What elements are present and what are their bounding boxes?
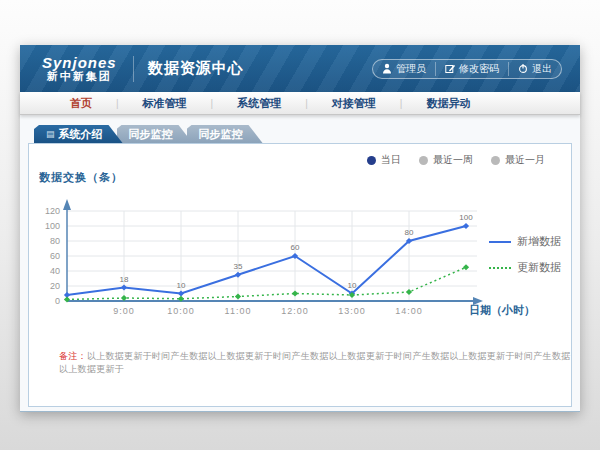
user-name-label: 管理员	[396, 62, 426, 76]
data-point	[235, 272, 241, 278]
radio-dot	[367, 156, 376, 165]
header-divider	[133, 56, 134, 82]
tab-item-0[interactable]: ▤系统介绍	[34, 125, 123, 143]
y-tick-label: 60	[50, 251, 60, 261]
nav-item-0[interactable]: 首页	[46, 96, 116, 111]
current-user-button[interactable]: 管理员	[373, 62, 435, 76]
radio-dot	[491, 156, 500, 165]
data-point-label: 10	[177, 281, 186, 290]
x-tick-label: 11:00	[225, 306, 252, 316]
tabs-bar: ▤系统介绍同步监控同步监控	[20, 115, 580, 143]
y-axis-arrow	[63, 199, 71, 210]
tab-label: 同步监控	[129, 127, 173, 142]
app-header: Synjones 新中新集团 数据资源中心 管理员 修改密码	[20, 45, 580, 92]
data-point-label: 18	[120, 275, 129, 284]
data-point-label: 35	[234, 262, 243, 271]
data-point	[463, 264, 469, 270]
footnote-prefix: 备注：	[59, 351, 87, 361]
tab-label: 同步监控	[199, 127, 243, 142]
logout-label: 退出	[532, 62, 552, 76]
tab-item-1[interactable]: 同步监控	[117, 125, 193, 143]
user-menu: 管理员 修改密码 退出	[372, 59, 562, 79]
legend-line-sample	[489, 267, 511, 269]
legend-item-1: 更新数据	[489, 260, 561, 275]
legend-item-0: 新增数据	[489, 234, 561, 249]
x-tick-label: 13:00	[338, 306, 366, 316]
radio-option-2[interactable]: 最近一月	[491, 153, 545, 167]
data-point	[406, 289, 412, 295]
logo-company-name: 新中新集团	[42, 71, 117, 83]
chart-y-axis-title: 数据交换（条）	[39, 170, 123, 185]
x-tick-label: 10:00	[167, 306, 195, 316]
radio-label: 最近一周	[433, 153, 473, 167]
y-tick-label: 40	[50, 266, 60, 276]
tab-label: 系统介绍	[59, 127, 103, 142]
x-axis-title: 日期（小时）	[469, 304, 535, 317]
y-tick-label: 20	[50, 281, 60, 291]
y-tick-label: 0	[55, 296, 60, 306]
nav-item-2[interactable]: 系统管理	[213, 96, 305, 111]
logo-brand-name: Synjones	[42, 55, 117, 71]
nav-item-1[interactable]: 标准管理	[119, 96, 211, 111]
footnote-text: 以上数据更新于时间产生数据以上数据更新于时间产生数据以上数据更新于时间产生数据以…	[59, 351, 571, 374]
y-tick-label: 100	[45, 221, 60, 231]
footnote: 备注：以上数据更新于时间产生数据以上数据更新于时间产生数据以上数据更新于时间产生…	[59, 350, 571, 376]
radio-label: 最近一月	[505, 153, 545, 167]
x-tick-label: 14:00	[395, 306, 423, 316]
data-point-label: 60	[291, 243, 300, 252]
content-panel: 当日最近一周最近一月 数据交换（条） 0204060801001209:0010…	[28, 143, 572, 407]
document-icon: ▤	[46, 130, 55, 139]
user-icon	[382, 63, 392, 74]
change-password-label: 修改密码	[459, 62, 499, 76]
x-tick-label: 9:00	[113, 306, 135, 316]
logout-button[interactable]: 退出	[508, 62, 561, 76]
nav-item-3[interactable]: 对接管理	[308, 96, 400, 111]
power-icon	[518, 63, 528, 74]
data-point	[121, 284, 127, 290]
legend-label: 新增数据	[517, 234, 561, 249]
radio-label: 当日	[381, 153, 401, 167]
tab-item-2[interactable]: 同步监控	[187, 125, 263, 143]
x-tick-label: 12:00	[281, 306, 309, 316]
nav-menu: 首页|标准管理|系统管理|对接管理|数据异动	[20, 92, 580, 115]
change-password-button[interactable]: 修改密码	[435, 62, 508, 76]
radio-dot	[419, 156, 428, 165]
data-point	[463, 223, 469, 229]
radio-option-0[interactable]: 当日	[367, 153, 401, 167]
legend-line-sample	[489, 241, 511, 243]
nav-item-4[interactable]: 数据异动	[402, 96, 494, 111]
data-point-label: 80	[405, 228, 414, 237]
page: Synjones 新中新集团 数据资源中心 管理员 修改密码	[20, 45, 580, 412]
radio-option-1[interactable]: 最近一周	[419, 153, 473, 167]
y-tick-label: 80	[50, 236, 60, 246]
chart-legend: 新增数据更新数据	[489, 234, 561, 275]
data-point	[292, 290, 298, 296]
data-point	[235, 293, 241, 299]
data-point-label: 100	[459, 213, 473, 222]
company-logo: Synjones 新中新集团	[42, 55, 117, 82]
app-title: 数据资源中心	[148, 59, 244, 78]
chart-svg: 0204060801001209:0010:0011:0012:0013:001…	[37, 187, 537, 327]
range-radio-group: 当日最近一周最近一月	[367, 153, 545, 167]
legend-label: 更新数据	[517, 260, 561, 275]
edit-icon	[445, 63, 455, 74]
y-tick-label: 120	[45, 206, 60, 216]
data-point-label: 10	[348, 281, 357, 290]
